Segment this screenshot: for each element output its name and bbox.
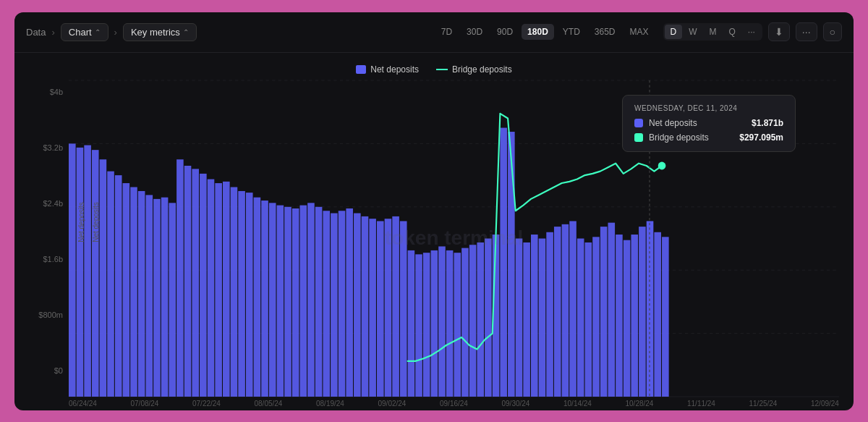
svg-rect-11 [107,171,114,396]
svg-rect-71 [569,221,576,397]
chart-dropdown[interactable]: Chart ⌃ [61,23,109,41]
time-btn-30d[interactable]: 30D [461,24,488,40]
more-button[interactable]: ··· [796,22,817,41]
tooltip-row-net-deposits: Net deposits $1.871b [634,118,783,128]
chart-area: Net deposits Bridge deposits $4b $3.2b $… [14,53,854,410]
toolbar-left: Data › Chart ⌃ › Key metrics ⌃ [26,23,197,41]
svg-rect-69 [554,227,561,397]
tooltip-date: WEDNESDAY, DEC 11, 2024 [634,104,783,112]
x-axis: 06/24/24 07/08/24 07/22/24 08/05/24 08/1… [29,397,839,410]
tooltip-swatch-bridge [634,133,643,142]
svg-rect-77 [616,235,623,397]
y-label-2-4b: $2.4b [29,199,69,208]
svg-rect-52 [423,253,430,397]
x-label-11: 11/25/24 [749,400,778,408]
svg-rect-42 [346,208,353,396]
svg-rect-51 [415,254,422,397]
svg-rect-83 [662,237,669,397]
legend-net-deposits-label: Net deposits [370,64,419,75]
view-btn-group: D W M Q ··· [663,23,762,41]
y-label-0: $0 [29,366,69,375]
svg-rect-31 [261,201,268,397]
svg-rect-22 [192,169,199,397]
x-label-10: 11/11/24 [687,400,715,408]
tooltip-swatch-net [634,119,643,127]
svg-rect-70 [562,224,569,396]
expand-button[interactable]: ○ [823,22,842,41]
view-btn-q[interactable]: Q [723,25,741,39]
svg-rect-19 [169,203,176,397]
view-btn-more[interactable]: ··· [742,25,761,39]
time-btn-7d[interactable]: 7D [435,24,458,40]
x-label-8: 10/14/24 [563,400,592,408]
breadcrumb-sep-2: › [114,27,117,38]
svg-rect-8 [84,145,91,396]
metrics-dropdown-label: Key metrics [131,27,180,38]
tooltip: WEDNESDAY, DEC 11, 2024 Net deposits $1.… [622,95,796,152]
svg-rect-35 [292,208,299,396]
x-label-6: 09/16/24 [440,400,468,408]
svg-rect-7 [77,147,84,396]
svg-rect-44 [362,216,369,396]
time-btn-ytd[interactable]: YTD [557,24,586,40]
time-btn-180d[interactable]: 180D [522,24,554,40]
y-label-4b: $4b [29,88,69,96]
svg-rect-45 [369,219,376,397]
x-label-0: 06/24/24 [69,400,97,408]
time-btn-90d[interactable]: 90D [491,24,519,40]
svg-rect-58 [469,245,477,397]
tooltip-net-value: $1.871b [752,118,783,128]
legend-bridge-deposits-label: Bridge deposits [452,64,512,75]
svg-rect-57 [461,248,469,396]
y-label-800m: $800m [29,311,69,319]
legend: Net deposits Bridge deposits [29,64,839,75]
svg-rect-15 [138,190,145,396]
svg-rect-62 [500,127,507,396]
x-label-12: 12/09/24 [811,400,839,408]
svg-rect-21 [184,165,192,396]
svg-rect-37 [307,203,315,397]
tooltip-net-label: Net deposits [649,118,746,128]
svg-rect-39 [323,211,330,397]
view-btn-m[interactable]: M [704,25,723,39]
legend-item-net-deposits: Net deposits [356,64,419,75]
svg-rect-56 [454,253,461,397]
view-btn-w[interactable]: W [683,25,702,39]
svg-rect-50 [408,250,415,396]
svg-rect-64 [516,238,523,397]
svg-rect-23 [200,173,207,396]
view-btn-d[interactable]: D [665,25,683,39]
x-label-3: 08/05/24 [255,400,283,408]
svg-rect-54 [438,246,446,397]
svg-rect-16 [146,195,153,397]
svg-rect-66 [531,235,538,397]
time-btn-365d[interactable]: 365D [589,24,621,40]
svg-rect-34 [284,206,292,396]
legend-item-bridge-deposits: Bridge deposits [436,64,512,75]
y-label-1-6b: $1.6b [29,255,69,263]
y-axis: $4b $3.2b $2.4b $1.6b $800m $0 [29,80,69,397]
x-label-9: 10/28/24 [626,400,654,408]
metrics-dropdown[interactable]: Key metrics ⌃ [123,23,197,41]
svg-rect-27 [231,187,238,397]
x-label-1: 07/08/24 [131,400,159,408]
svg-rect-76 [608,222,616,396]
svg-rect-24 [208,179,215,396]
svg-rect-80 [639,227,646,397]
svg-rect-30 [254,197,261,396]
svg-rect-14 [130,187,137,397]
svg-rect-65 [523,242,530,396]
svg-rect-36 [300,205,307,396]
bar-group [69,127,669,396]
time-btn-max[interactable]: MAX [624,24,654,40]
svg-rect-67 [539,238,546,397]
svg-rect-79 [631,235,638,397]
svg-rect-53 [431,250,438,396]
x-label-5: 09/02/24 [378,400,407,408]
download-button[interactable]: ⬇ [768,22,790,41]
svg-rect-29 [246,193,253,397]
svg-rect-55 [446,250,454,396]
svg-rect-63 [508,132,515,397]
chart-container: Data › Chart ⌃ › Key metrics ⌃ 7D 30D 90… [14,12,854,410]
svg-rect-25 [215,183,222,397]
